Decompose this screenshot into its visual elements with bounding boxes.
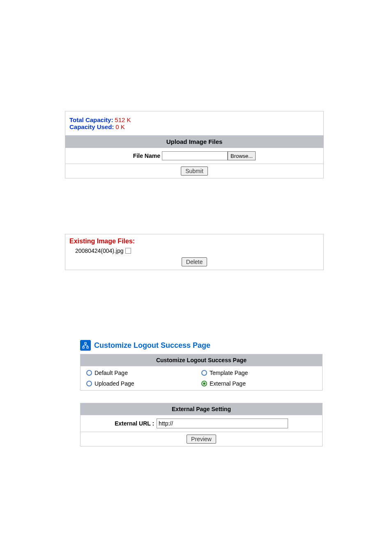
radio-label: External Page [210, 380, 246, 387]
submit-button[interactable]: Submit [181, 166, 208, 176]
svg-rect-0 [85, 342, 86, 344]
customize-header: Customize Logout Success Page [81, 354, 322, 366]
capacity-row: Total Capacity: 512 K Capacity Used: 0 K [65, 111, 323, 136]
submit-row: Submit [65, 164, 323, 178]
section-title-wrap: Customize Logout Success Page [80, 340, 392, 351]
existing-file-checkbox[interactable] [125, 248, 131, 254]
file-name-input[interactable] [162, 151, 228, 160]
radio-label: Uploaded Page [95, 380, 134, 387]
existing-file-name: 20080424(004).jpg [75, 247, 124, 254]
radio-default-page[interactable]: Default Page [86, 370, 201, 376]
radio-icon [201, 381, 207, 386]
external-panel: External Page Setting External URL : Pre… [80, 403, 323, 446]
preview-row: Preview [81, 432, 322, 446]
radio-template-page[interactable]: Template Page [201, 370, 316, 376]
existing-file-row: 20080424(004).jpg [69, 247, 319, 257]
external-header: External Page Setting [81, 403, 322, 415]
svg-rect-2 [87, 347, 88, 348]
capacity-used-label: Capacity Used: [69, 123, 114, 130]
file-name-label: File Name [133, 153, 160, 159]
delete-button[interactable]: Delete [182, 257, 207, 266]
external-url-input[interactable] [157, 419, 288, 428]
existing-title: Existing Image Files: [69, 238, 319, 245]
svg-rect-1 [83, 347, 84, 348]
external-url-label: External URL : [115, 420, 154, 427]
url-row: External URL : [81, 415, 322, 432]
total-capacity-value: 512 K [115, 116, 131, 123]
radio-grid: Default Page Template Page Uploaded Page… [81, 366, 322, 390]
radio-icon [86, 370, 92, 376]
radio-label: Default Page [95, 370, 128, 376]
customize-icon [80, 340, 91, 351]
radio-icon [201, 370, 207, 376]
upload-header: Upload Image Files [65, 136, 323, 148]
delete-row: Delete [69, 257, 319, 266]
upload-panel: Total Capacity: 512 K Capacity Used: 0 K… [65, 111, 324, 178]
customize-panel: Customize Logout Success Page Default Pa… [80, 354, 323, 391]
radio-icon [86, 381, 92, 386]
radio-label: Template Page [210, 370, 248, 376]
radio-external-page[interactable]: External Page [201, 380, 316, 387]
file-row: File Name Browse... [65, 148, 323, 164]
existing-panel: Existing Image Files: 20080424(004).jpg … [65, 234, 324, 270]
browse-button[interactable]: Browse... [228, 151, 256, 160]
section-title: Customize Logout Success Page [94, 341, 210, 350]
radio-uploaded-page[interactable]: Uploaded Page [86, 380, 201, 387]
preview-button[interactable]: Preview [187, 435, 216, 444]
capacity-used-value: 0 K [115, 123, 125, 130]
total-capacity-label: Total Capacity: [69, 116, 113, 123]
